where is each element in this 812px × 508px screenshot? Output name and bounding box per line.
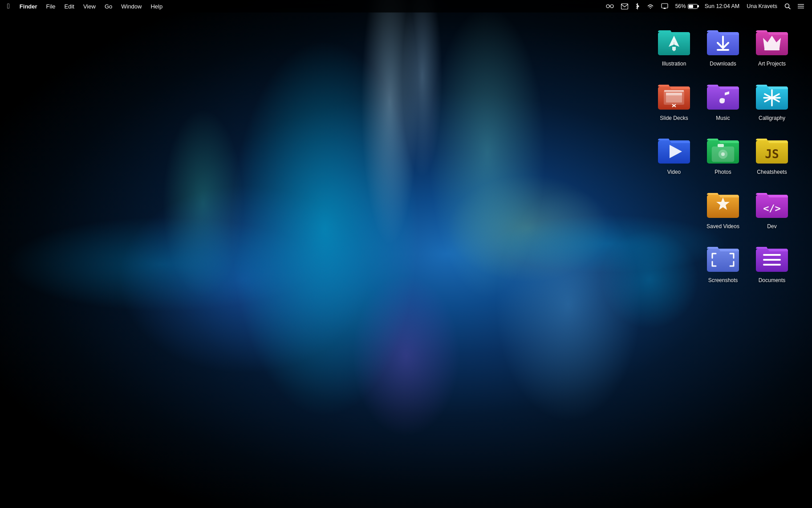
folder-illustration[interactable]: Illustration: [652, 22, 696, 68]
folder-illustration-label: Illustration: [662, 61, 686, 68]
svg-text:</>: </>: [763, 203, 781, 214]
folder-downloads-label: Downloads: [710, 61, 736, 68]
svg-rect-4: [662, 4, 668, 8]
svg-rect-25: [664, 90, 684, 92]
svg-line-6: [789, 8, 791, 9]
svg-point-1: [610, 5, 613, 8]
glasses-icon[interactable]: [603, 0, 617, 12]
menu-help[interactable]: Help: [146, 0, 167, 12]
folder-dev-icon: </>: [754, 185, 790, 221]
folder-art-projects-icon: [754, 22, 790, 58]
apple-menu[interactable]: : [5, 0, 15, 12]
bluetooth-icon[interactable]: [633, 0, 642, 12]
svg-point-0: [606, 5, 609, 8]
folder-saved-videos[interactable]: Saved Videos: [701, 185, 745, 230]
folder-documents-icon: [754, 239, 790, 274]
folder-dev[interactable]: </> Dev: [750, 185, 794, 230]
menubar:  Finder File Edit View Go Window Help: [0, 0, 812, 12]
spotlight-icon[interactable]: [782, 0, 793, 12]
folder-downloads[interactable]: Downloads: [701, 22, 745, 68]
svg-text:JS: JS: [765, 147, 779, 161]
folder-music-label: Music: [716, 115, 730, 122]
username-label[interactable]: Una Kravets: [744, 0, 780, 12]
svg-rect-26: [707, 86, 739, 110]
svg-rect-22: [666, 93, 682, 95]
folder-saved-videos-label: Saved Videos: [706, 223, 739, 230]
folder-slide-decks-icon: [656, 77, 692, 112]
menubar-left:  Finder File Edit View Go Window Help: [5, 0, 167, 12]
battery-pct-label: 56%: [675, 3, 686, 9]
svg-rect-45: [707, 249, 739, 272]
desktop-icons: Illustration Downloads: [647, 18, 799, 289]
folder-dev-label: Dev: [767, 223, 776, 230]
svg-rect-38: [718, 144, 724, 147]
folder-downloads-icon: [705, 22, 741, 58]
folder-slide-decks[interactable]: Slide Decks: [652, 77, 696, 122]
wifi-icon[interactable]: [644, 0, 657, 12]
folder-cheatsheets[interactable]: JS Cheatsheets: [750, 131, 794, 176]
folder-illustration-icon: [656, 22, 692, 58]
battery-indicator: 56%: [673, 0, 700, 12]
folder-video-label: Video: [667, 169, 681, 176]
folder-documents[interactable]: Documents: [750, 239, 794, 284]
folder-art-projects-label: Art Projects: [758, 61, 786, 68]
mail-icon[interactable]: [618, 0, 631, 12]
folder-music[interactable]: Music: [701, 77, 745, 122]
svg-rect-12: [674, 42, 674, 46]
svg-rect-18: [764, 48, 780, 50]
folder-photos-label: Photos: [715, 169, 731, 176]
folder-screenshots-icon: [705, 239, 741, 274]
folder-music-icon: [705, 77, 741, 112]
folder-video[interactable]: Video: [652, 131, 696, 176]
menu-window[interactable]: Window: [117, 0, 146, 12]
folder-art-projects[interactable]: Art Projects: [750, 22, 794, 68]
folder-screenshots[interactable]: Screenshots: [701, 239, 745, 284]
folder-documents-label: Documents: [759, 277, 786, 284]
folder-cheatsheets-label: Cheatsheets: [757, 169, 787, 176]
menu-file[interactable]: File: [42, 0, 60, 12]
folder-screenshots-label: Screenshots: [708, 277, 738, 284]
folder-photos-icon: [705, 131, 741, 166]
folder-saved-videos-icon: [705, 185, 741, 221]
folder-calligraphy-icon: [754, 77, 790, 112]
folder-calligraphy[interactable]: Calligraphy: [750, 77, 794, 122]
notification-center-icon[interactable]: [795, 0, 807, 12]
folder-calligraphy-label: Calligraphy: [759, 115, 785, 122]
menu-edit[interactable]: Edit: [60, 0, 79, 12]
folder-slide-decks-label: Slide Decks: [660, 115, 688, 122]
svg-rect-3: [621, 4, 628, 9]
menu-go[interactable]: Go: [100, 0, 117, 12]
menu-finder[interactable]: Finder: [15, 0, 42, 12]
folder-video-icon: [656, 131, 692, 166]
menu-view[interactable]: View: [79, 0, 100, 12]
folder-cheatsheets-icon: JS: [754, 131, 790, 166]
svg-point-37: [721, 152, 725, 156]
menubar-right: 56% Sun 12:04 AM Una Kravets: [603, 0, 807, 12]
airplay-icon[interactable]: [658, 0, 671, 12]
datetime-label: Sun 12:04 AM: [702, 0, 743, 12]
folder-photos[interactable]: Photos: [701, 131, 745, 176]
